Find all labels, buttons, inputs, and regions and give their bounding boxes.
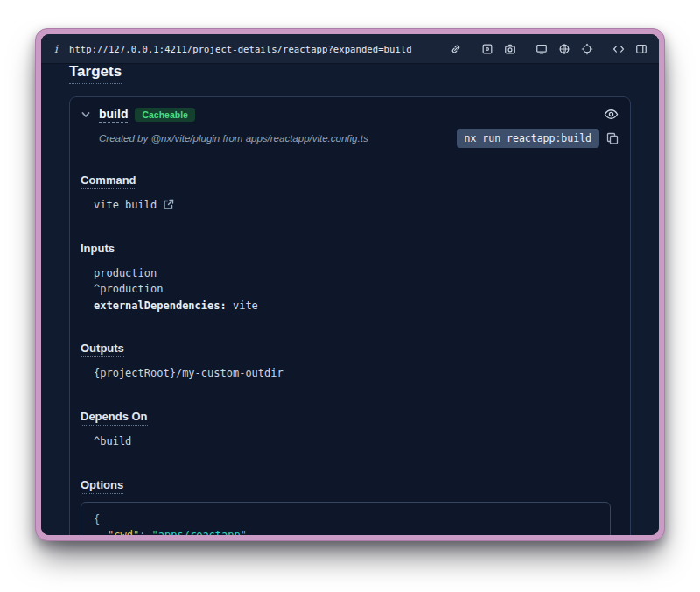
depends-on-label: Depends On [80,410,148,426]
code-key: "cwd" [108,529,139,535]
window-inner: i http://127.0.0.1:4211/project-details/… [41,34,659,535]
external-deps-value: vite [227,300,258,312]
chevron-down-icon[interactable] [80,109,92,121]
crosshair-icon[interactable] [579,41,594,56]
code-value: "apps/reactapp" [152,529,247,535]
project-details-content: Targets build Cacheable Created by @nx/v… [41,64,659,535]
inputs-list: production ^production externalDependenc… [80,265,611,314]
external-deps-key: externalDependencies: [94,300,227,312]
code-icon[interactable] [611,41,626,56]
page-title: Targets [69,64,122,84]
browser-toolbar: i http://127.0.0.1:4211/project-details/… [41,34,659,64]
inspect-icon[interactable] [480,41,494,56]
build-target-subheader: Created by @nx/vite/plugin from apps/rea… [70,125,630,159]
input-item: ^production [94,281,611,298]
input-item-external-deps: externalDependencies: vite [94,298,611,314]
monitor-icon[interactable] [534,41,549,56]
code-line: "cwd": "apps/reactapp" [94,527,598,535]
copy-icon[interactable] [606,132,620,145]
command-value-row: vite build [80,197,611,214]
created-by-text: Created by @nx/vite/plugin from apps/rea… [99,133,450,144]
options-label: Options [80,478,123,494]
build-target-body: Command vite build Inputs production ^pr… [70,159,630,535]
options-code-block: { "cwd": "apps/reactapp" } [80,502,611,535]
outputs-value: {projectRoot}/my-custom-outdir [80,365,611,382]
code-line: { [94,511,598,528]
address-bar[interactable]: http://127.0.0.1:4211/project-details/re… [69,44,412,54]
cacheable-badge: Cacheable [135,108,195,123]
command-value: vite build [94,197,157,214]
build-target-header[interactable]: build Cacheable [70,97,630,125]
build-target-name[interactable]: build [99,107,128,123]
inputs-label: Inputs [80,242,115,257]
outputs-label: Outputs [80,342,124,357]
depends-on-value: ^build [80,433,611,450]
external-link-icon[interactable] [163,199,175,211]
link-icon[interactable] [448,41,463,56]
app-window: i http://127.0.0.1:4211/project-details/… [35,28,665,541]
camera-icon[interactable] [502,41,517,56]
info-icon: i [52,43,60,55]
eye-icon[interactable] [604,107,620,123]
toolbar-icons [448,41,648,56]
target-card-build: build Cacheable Created by @nx/vite/plug… [69,96,631,535]
input-item: production [94,265,611,282]
panel-icon[interactable] [634,41,648,56]
command-label: Command [80,173,136,189]
run-command-chip: nx run reactapp:build [457,129,599,148]
globe-icon[interactable] [556,41,571,56]
